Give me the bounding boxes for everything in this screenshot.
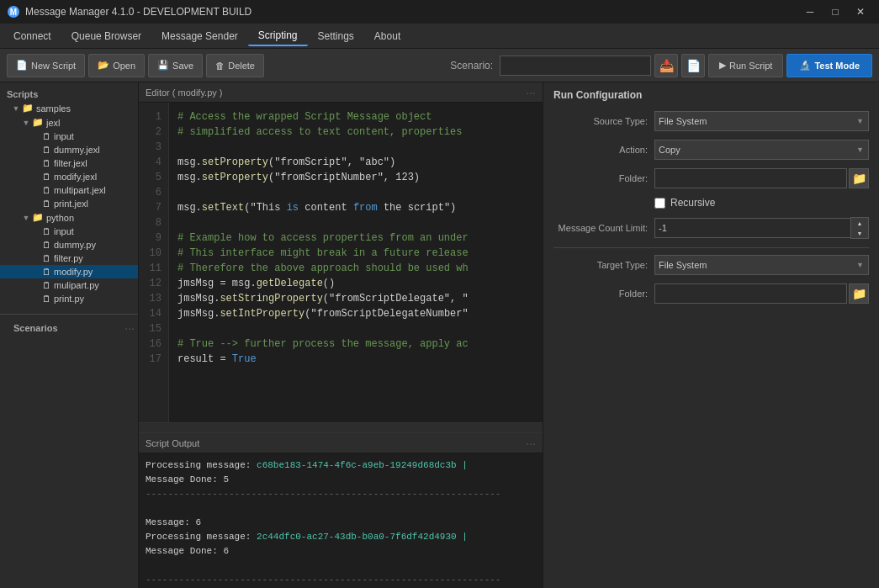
recursive-label: Recursive [670, 197, 715, 209]
output-title: Script Output [146, 438, 199, 448]
run-script-label: Run Script [729, 61, 772, 71]
folder-icon: 📁 [22, 103, 34, 114]
app-title: Message Manager 4.1.0 - DEVELOPMENT BUIL… [25, 6, 252, 18]
count-up-button[interactable]: ▲ [851, 218, 868, 228]
browse-icon: 📁 [852, 172, 866, 185]
menu-message-sender[interactable]: Message Sender [151, 27, 248, 45]
tree-item-python[interactable]: ▼ 📁 python [0, 210, 138, 225]
run-config-title: Run Configuration [553, 89, 869, 101]
minimize-button[interactable]: ─ [798, 3, 822, 20]
new-script-button[interactable]: 📄 New Script [7, 54, 85, 77]
target-type-select[interactable]: File System JMS Queue Database [654, 255, 869, 275]
count-down-button[interactable]: ▼ [851, 228, 868, 238]
filter-jexl-label: filter.jexl [54, 158, 138, 168]
open-icon: 📂 [98, 60, 109, 71]
mulipart-py-label: mulipart.py [54, 280, 138, 290]
menu-scripting[interactable]: Scripting [248, 26, 308, 46]
tree-item-jexl[interactable]: ▼ 📁 jexl [0, 115, 138, 130]
scenarios-more-icon[interactable]: ··· [124, 321, 135, 335]
output-header: Script Output ··· [139, 433, 543, 453]
python-input-label: input [54, 226, 138, 236]
center-panel: Editor ( modify.py ) ··· 123456789101112… [139, 82, 543, 588]
tree-item-modify-jexl[interactable]: 🗒 modify.jexl [0, 170, 138, 183]
tree-item-modify-py[interactable]: 🗒 modify.py [0, 265, 138, 278]
source-folder-input[interactable] [654, 168, 847, 188]
sidebar-bottom: Scenarios ··· [0, 314, 138, 588]
tree-item-print-py[interactable]: 🗒 print.py [0, 292, 138, 305]
print-py-label: print.py [54, 294, 138, 304]
run-script-button[interactable]: ▶ Run Script [708, 54, 783, 77]
menu-connect[interactable]: Connect [3, 27, 61, 45]
editor-scrollbar[interactable] [139, 422, 543, 432]
tree-item-python-input[interactable]: 🗒 input [0, 225, 138, 238]
scenario-load-icon-button[interactable]: 📥 [654, 54, 678, 77]
file-icon: 🗒 [42, 185, 51, 195]
tree-item-multipart-jexl[interactable]: 🗒 multipart.jexl [0, 183, 138, 197]
scenario-input[interactable] [500, 56, 651, 76]
title-bar: M Message Manager 4.1.0 - DEVELOPMENT BU… [0, 0, 879, 24]
close-button[interactable]: ✕ [849, 3, 872, 20]
tree-item-dummy-jexl[interactable]: 🗒 dummy.jexl [0, 143, 138, 156]
tree-item-dummy-py[interactable]: 🗒 dummy.py [0, 238, 138, 252]
modify-jexl-label: modify.jexl [54, 172, 138, 182]
filter-py-label: filter.py [54, 253, 138, 263]
tree-item-mulipart-py[interactable]: 🗒 mulipart.py [0, 278, 138, 292]
source-type-select[interactable]: File System JMS Queue Database [654, 111, 869, 131]
target-folder-browse-button[interactable]: 📁 [849, 283, 869, 304]
message-count-label: Message Count Limit: [553, 223, 654, 233]
browse-icon: 📁 [852, 287, 866, 300]
save-file-icon: 📄 [686, 59, 701, 72]
menu-about[interactable]: About [364, 27, 410, 45]
tree-item-filter-py[interactable]: 🗒 filter.py [0, 252, 138, 265]
action-row: Action: Copy Move Delete [553, 140, 869, 160]
expand-jexl-icon: ▼ [20, 119, 32, 127]
menu-queue-browser[interactable]: Queue Browser [61, 27, 151, 45]
editor-more-icon[interactable]: ··· [526, 86, 536, 99]
file-icon: 🗒 [42, 145, 51, 155]
message-count-row: Message Count Limit: ▲ ▼ [553, 217, 869, 239]
tree-item-samples[interactable]: ▼ 📁 samples [0, 101, 138, 115]
samples-label: samples [36, 103, 138, 114]
target-folder-label: Folder: [553, 289, 654, 299]
file-icon: 🗒 [42, 267, 51, 277]
modify-py-label: modify.py [54, 267, 138, 277]
file-icon: 🗒 [42, 199, 51, 209]
recursive-checkbox[interactable] [654, 198, 665, 209]
menu-settings[interactable]: Settings [308, 27, 364, 45]
output-more-icon[interactable]: ··· [526, 437, 536, 450]
delete-button[interactable]: 🗑 Delete [206, 54, 264, 77]
python-label: python [46, 213, 138, 223]
target-folder-input[interactable] [654, 283, 847, 304]
save-icon: 💾 [157, 60, 169, 71]
run-configuration-panel: Run Configuration Source Type: File Syst… [543, 82, 879, 588]
file-icon: 🗒 [42, 240, 51, 250]
maximize-button[interactable]: □ [823, 3, 847, 20]
tree-item-print-jexl[interactable]: 🗒 print.jexl [0, 197, 138, 210]
menu-bar: Connect Queue Browser Message Sender Scr… [0, 24, 879, 49]
scenario-label: Scenario: [450, 60, 493, 72]
run-icon: ▶ [719, 60, 726, 71]
delete-label: Delete [228, 61, 255, 71]
source-folder-label: Folder: [553, 173, 654, 183]
svg-text:M: M [10, 8, 17, 17]
print-jexl-label: print.jexl [54, 199, 138, 209]
line-numbers: 1234567891011121314151617 [139, 103, 169, 422]
jexl-input-label: input [54, 131, 138, 141]
message-count-input[interactable] [654, 218, 850, 238]
file-icon: 🗒 [42, 158, 51, 168]
source-type-row: Source Type: File System JMS Queue Datab… [553, 111, 869, 131]
scenario-save-icon-button[interactable]: 📄 [681, 54, 705, 77]
expand-samples-icon: ▼ [10, 104, 22, 113]
target-type-row: Target Type: File System JMS Queue Datab… [553, 255, 869, 275]
tree-item-jexl-input[interactable]: 🗒 input [0, 130, 138, 143]
tree-item-filter-jexl[interactable]: 🗒 filter.jexl [0, 156, 138, 170]
source-folder-browse-button[interactable]: 📁 [849, 168, 869, 188]
main-content: Scripts ▼ 📁 samples ▼ 📁 jexl 🗒 input [0, 82, 879, 588]
open-button[interactable]: 📂 Open [88, 54, 145, 77]
test-mode-button[interactable]: 🔬 Test Mode [786, 54, 872, 77]
code-content[interactable]: # Access the wrapped Script Message obje… [169, 103, 543, 422]
recursive-row: Recursive [553, 197, 869, 209]
test-mode-label: Test Mode [814, 61, 860, 71]
action-select[interactable]: Copy Move Delete [654, 140, 869, 160]
save-button[interactable]: 💾 Save [148, 54, 203, 77]
